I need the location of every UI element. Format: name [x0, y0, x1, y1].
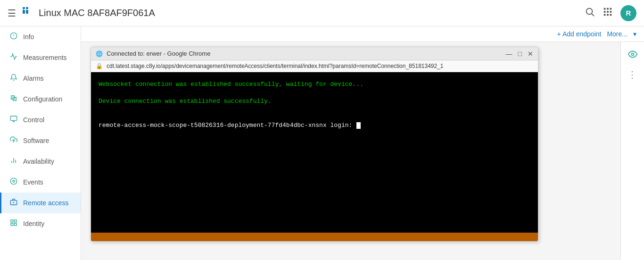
grid-icon[interactable]: [603, 7, 613, 20]
search-icon[interactable]: [585, 7, 595, 20]
sidebar-item-remote-access[interactable]: Remote access: [0, 193, 81, 213]
svg-rect-16: [610, 14, 612, 16]
svg-point-20: [13, 97, 15, 99]
svg-rect-9: [607, 8, 609, 9]
sidebar-label-configuration: Configuration: [23, 95, 62, 103]
sidebar: Info Measurements Alarms: [0, 26, 81, 260]
terminal-prompt: remote-access-mock-scope-t50826316-deplo…: [99, 122, 356, 129]
lock-icon: 🔒: [96, 63, 103, 69]
logo-icon: [22, 5, 35, 21]
events-icon: [9, 177, 18, 187]
svg-rect-12: [607, 11, 609, 13]
more-button[interactable]: More...: [607, 30, 627, 38]
sidebar-item-control[interactable]: Control: [0, 109, 81, 130]
browser-container: 🌐 Connected to: erwer - Google Chrome — …: [81, 42, 620, 260]
header-logo: Linux MAC 8AF8AF9F061A: [22, 5, 155, 21]
add-endpoint-button[interactable]: + Add endpoint: [557, 30, 602, 38]
svg-rect-1: [26, 10, 28, 14]
browser-titlebar-left: 🌐 Connected to: erwer - Google Chrome: [96, 50, 210, 57]
sidebar-item-measurements[interactable]: Measurements: [0, 47, 81, 68]
identity-icon: [9, 219, 18, 228]
browser-window: 🌐 Connected to: erwer - Google Chrome — …: [91, 47, 538, 242]
svg-rect-36: [11, 223, 13, 226]
page-title: Linux MAC 8AF8AF9F061A: [39, 8, 155, 18]
svg-line-7: [592, 14, 594, 16]
terminal-line-3: remote-access-mock-scope-t50826316-deplo…: [99, 121, 530, 130]
action-bar: + Add endpoint More... ▾: [81, 26, 644, 42]
software-icon: [9, 136, 18, 145]
availability-icon: [9, 157, 18, 166]
svg-point-6: [586, 8, 593, 14]
terminal-line-1: Websocket connection was established suc…: [99, 80, 530, 89]
browser-title: Connected to: erwer - Google Chrome: [107, 50, 210, 57]
browser-bottom-bar: [91, 233, 538, 241]
configuration-icon: [9, 94, 18, 104]
eye-icon[interactable]: [628, 50, 637, 61]
header: ☰ Linux MAC 8AF8AF9F061A: [0, 0, 644, 26]
measurements-icon: [9, 53, 18, 62]
sidebar-item-identity[interactable]: Identity: [0, 213, 81, 234]
sidebar-label-identity: Identity: [23, 220, 44, 227]
svg-rect-11: [604, 11, 606, 13]
sidebar-label-alarms: Alarms: [23, 75, 44, 82]
content-area: + Add endpoint More... ▾ 🌐 Connected to:…: [81, 26, 644, 260]
terminal-line-2: Device connection was established succes…: [99, 97, 530, 106]
svg-rect-10: [610, 8, 612, 9]
control-icon: [9, 115, 18, 125]
svg-rect-14: [604, 14, 606, 16]
more-dropdown-icon[interactable]: ▾: [633, 30, 636, 38]
terminal[interactable]: Websocket connection was established suc…: [91, 72, 538, 233]
sidebar-item-info[interactable]: Info: [0, 26, 81, 47]
sidebar-item-alarms[interactable]: Alarms: [0, 68, 81, 89]
sidebar-label-control: Control: [23, 116, 44, 124]
svg-rect-33: [11, 220, 13, 222]
svg-rect-34: [14, 220, 17, 222]
browser-titlebar: 🌐 Connected to: erwer - Google Chrome — …: [91, 47, 538, 60]
browser-url: cdt.latest.stage.c8y.io/apps/devicemanag…: [107, 63, 444, 69]
remote-access-icon: [9, 198, 18, 208]
browser-minimize-button[interactable]: —: [506, 50, 512, 57]
browser-titlebar-controls: — □ ✕: [506, 50, 533, 57]
svg-point-29: [13, 180, 15, 182]
more-options-icon[interactable]: ⋮: [627, 69, 638, 80]
sidebar-label-remote-access: Remote access: [23, 199, 68, 207]
info-icon: [9, 32, 18, 42]
browser-maximize-button[interactable]: □: [518, 50, 522, 57]
alarms-icon: [9, 74, 18, 83]
svg-point-28: [10, 178, 17, 184]
svg-rect-0: [23, 10, 25, 14]
browser-close-button[interactable]: ✕: [528, 50, 533, 57]
side-panel: ⋮: [620, 42, 644, 260]
sidebar-item-software[interactable]: Software: [0, 130, 81, 151]
terminal-cursor: [356, 122, 361, 129]
avatar[interactable]: R: [620, 5, 636, 21]
sidebar-label-events: Events: [23, 178, 43, 186]
main-layout: Info Measurements Alarms: [0, 26, 644, 260]
svg-rect-13: [610, 11, 612, 13]
header-actions: R: [585, 5, 636, 21]
menu-icon[interactable]: ☰: [8, 8, 16, 19]
sidebar-item-configuration[interactable]: Configuration: [0, 89, 81, 109]
sidebar-label-availability: Availability: [23, 158, 54, 165]
sidebar-label-info: Info: [23, 33, 34, 41]
browser-addressbar: 🔒 cdt.latest.stage.c8y.io/apps/deviceman…: [91, 60, 538, 72]
svg-rect-35: [14, 223, 17, 226]
sidebar-item-events[interactable]: Events: [0, 172, 81, 193]
svg-rect-21: [10, 116, 17, 120]
sidebar-item-availability[interactable]: Availability: [0, 151, 81, 172]
svg-point-37: [631, 53, 634, 56]
svg-rect-8: [604, 8, 606, 9]
sidebar-label-software: Software: [23, 137, 49, 144]
sidebar-label-measurements: Measurements: [23, 54, 67, 61]
svg-rect-15: [607, 14, 609, 16]
browser-favicon: 🌐: [96, 50, 103, 57]
